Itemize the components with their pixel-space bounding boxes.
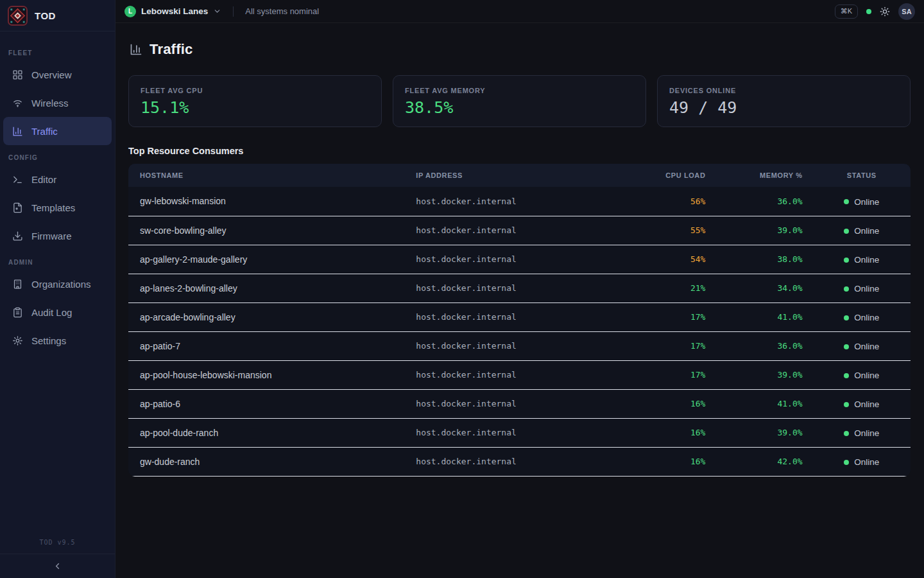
memory-cell: 39.0% xyxy=(715,216,812,245)
nav-section-label: FLEET xyxy=(0,40,115,60)
memory-cell: 36.0% xyxy=(715,187,812,216)
cpu-load-cell: 56% xyxy=(622,187,715,216)
table-row[interactable]: sw-core-bowling-alley host.docker.intern… xyxy=(128,216,911,245)
sidebar-footer: TOD v9.5 xyxy=(0,529,115,578)
ip-address-cell: host.docker.internal xyxy=(404,331,622,360)
memory-cell: 41.0% xyxy=(715,389,812,418)
cpu-load-cell: 16% xyxy=(622,447,715,476)
status-cell: Online xyxy=(813,447,911,476)
sidebar-item-label: Traffic xyxy=(31,126,58,137)
hostname-cell: gw-lebowski-mansion xyxy=(128,187,404,216)
cpu-load-cell: 16% xyxy=(622,389,715,418)
resource-table: HOSTNAMEIP ADDRESSCPU LOADMEMORY %STATUS… xyxy=(128,164,911,477)
bar-chart-icon xyxy=(130,43,142,56)
status-cell: Online xyxy=(813,360,911,389)
memory-cell: 42.0% xyxy=(715,447,812,476)
sidebar-item-editor[interactable]: Editor xyxy=(3,165,112,193)
sidebar-item-label: Overview xyxy=(31,69,72,80)
table-row[interactable]: ap-gallery-2-maude-gallery host.docker.i… xyxy=(128,245,911,274)
stat-card-label: DEVICES ONLINE xyxy=(669,87,898,94)
gear-icon xyxy=(12,335,23,346)
memory-cell: 36.0% xyxy=(715,331,812,360)
status-label: Online xyxy=(854,197,879,207)
sidebar-item-traffic[interactable]: Traffic xyxy=(3,117,112,145)
grid-icon xyxy=(12,69,23,80)
sidebar-item-settings[interactable]: Settings xyxy=(3,326,112,355)
online-status-dot xyxy=(844,344,849,349)
sidebar-item-organizations[interactable]: Organizations xyxy=(3,270,112,298)
status-label: Online xyxy=(854,428,879,438)
table-section-title: Top Resource Consumers xyxy=(128,146,911,156)
hostname-cell: sw-core-bowling-alley xyxy=(128,216,404,245)
table-row[interactable]: ap-patio-7 host.docker.internal 17% 36.0… xyxy=(128,331,911,360)
memory-cell: 41.0% xyxy=(715,302,812,331)
status-cell: Online xyxy=(813,331,911,360)
hostname-cell: ap-pool-dude-ranch xyxy=(128,418,404,447)
table-row[interactable]: ap-pool-house-lebowski-mansion host.dock… xyxy=(128,360,911,389)
system-status-text: All systems nominal xyxy=(245,6,319,16)
theme-toggle-button[interactable] xyxy=(880,6,890,17)
sidebar-item-audit-log[interactable]: Audit Log xyxy=(3,298,112,326)
table-row[interactable]: ap-arcade-bowling-alley host.docker.inte… xyxy=(128,302,911,331)
column-header-cpu-load: CPU LOAD xyxy=(622,164,715,187)
bar-chart-icon xyxy=(12,126,23,137)
chevron-left-icon xyxy=(53,561,62,571)
sun-icon xyxy=(880,6,890,17)
stat-cards: FLEET AVG CPU 15.1% FLEET AVG MEMORY 38.… xyxy=(128,75,911,127)
status-cell: Online xyxy=(813,245,911,274)
status-label: Online xyxy=(854,226,879,236)
brand-header: TOD xyxy=(0,0,115,31)
sidebar-item-firmware[interactable]: Firmware xyxy=(3,222,112,250)
memory-cell: 38.0% xyxy=(715,245,812,274)
online-status-dot xyxy=(844,431,849,436)
column-header-hostname: HOSTNAME xyxy=(128,164,404,187)
sidebar-item-label: Organizations xyxy=(31,279,91,290)
online-status-dot xyxy=(844,460,849,465)
memory-cell: 39.0% xyxy=(715,360,812,389)
connection-status-dot xyxy=(866,9,871,14)
sidebar-item-label: Audit Log xyxy=(31,307,72,318)
sidebar-item-label: Editor xyxy=(31,174,56,185)
sidebar: TOD FLEETOverviewWirelessTrafficCONFIGEd… xyxy=(0,0,116,578)
status-cell: Online xyxy=(813,389,911,418)
column-header-memory-: MEMORY % xyxy=(715,164,812,187)
hostname-cell: gw-dude-ranch xyxy=(128,447,404,476)
status-label: Online xyxy=(854,371,879,380)
status-label: Online xyxy=(854,342,879,351)
page-title: Traffic xyxy=(150,41,193,58)
ip-address-cell: host.docker.internal xyxy=(404,302,622,331)
stat-card: FLEET AVG MEMORY 38.5% xyxy=(393,75,646,127)
table-row[interactable]: gw-dude-ranch host.docker.internal 16% 4… xyxy=(128,447,911,476)
online-status-dot xyxy=(844,258,849,263)
hostname-cell: ap-patio-7 xyxy=(128,331,404,360)
cpu-load-cell: 55% xyxy=(622,216,715,245)
page-content: Traffic FLEET AVG CPU 15.1% FLEET AVG ME… xyxy=(116,23,924,578)
topbar-divider xyxy=(233,6,234,17)
sidebar-collapse-button[interactable] xyxy=(0,554,115,578)
command-palette-button[interactable]: ⌘K xyxy=(835,4,858,19)
nav-section-label: ADMIN xyxy=(0,250,115,270)
org-selector[interactable]: L Lebowski Lanes xyxy=(124,6,221,17)
table-row[interactable]: ap-lanes-2-bowling-alley host.docker.int… xyxy=(128,274,911,302)
page-header: Traffic xyxy=(130,41,911,58)
table-row[interactable]: ap-patio-6 host.docker.internal 16% 41.0… xyxy=(128,389,911,418)
brand-name: TOD xyxy=(35,10,56,21)
status-cell: Online xyxy=(813,187,911,216)
table-row[interactable]: ap-pool-dude-ranch host.docker.internal … xyxy=(128,418,911,447)
org-name: Lebowski Lanes xyxy=(141,6,208,16)
main-area: L Lebowski Lanes All systems nominal ⌘K … xyxy=(116,0,924,578)
table-row[interactable]: gw-lebowski-mansion host.docker.internal… xyxy=(128,187,911,216)
user-avatar[interactable]: SA xyxy=(898,3,915,20)
sidebar-item-wireless[interactable]: Wireless xyxy=(3,89,112,117)
cpu-load-cell: 21% xyxy=(622,274,715,302)
sidebar-item-overview[interactable]: Overview xyxy=(3,60,112,89)
sidebar-item-label: Settings xyxy=(31,335,66,346)
status-label: Online xyxy=(854,399,879,409)
status-cell: Online xyxy=(813,274,911,302)
sidebar-item-templates[interactable]: Templates xyxy=(3,193,112,222)
stat-card-value: 38.5% xyxy=(405,98,634,117)
column-header-ip-address: IP ADDRESS xyxy=(404,164,622,187)
cpu-load-cell: 17% xyxy=(622,360,715,389)
online-status-dot xyxy=(844,315,849,320)
clipboard-icon xyxy=(12,307,23,318)
